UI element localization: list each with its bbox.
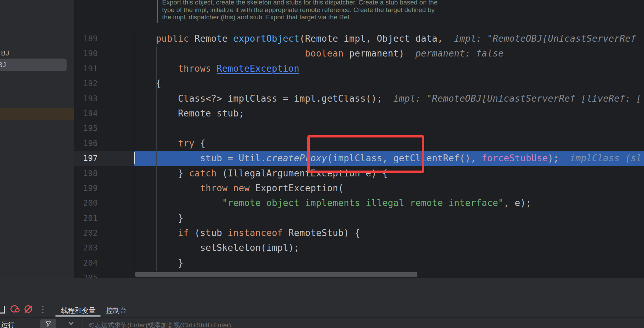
line-number[interactable]: 191 bbox=[74, 61, 134, 76]
line-number[interactable]: 199 bbox=[74, 181, 134, 196]
line-number[interactable]: 196 bbox=[74, 136, 134, 151]
more-options-icon[interactable]: ⋮ bbox=[39, 304, 47, 314]
code-line[interactable]: 191 throws RemoteException bbox=[74, 61, 644, 76]
line-number[interactable]: 198 bbox=[74, 166, 134, 181]
code-text bbox=[134, 121, 644, 136]
code-line[interactable]: 190 boolean permanent) permanent: false bbox=[74, 46, 644, 61]
line-number[interactable]: 205 bbox=[74, 270, 134, 278]
indent-guide bbox=[134, 31, 134, 271]
code-line[interactable]: 202 if (stub instanceof RemoteStub) { bbox=[74, 226, 644, 240]
line-number[interactable]: 201 bbox=[74, 211, 134, 226]
debug-tool-window: ⋮ 线程和变量 控制台 运行 bbox=[0, 278, 644, 328]
code-text: { bbox=[134, 76, 644, 91]
doc-comment-bar bbox=[157, 0, 158, 23]
code-text: throw new ExportException( bbox=[134, 181, 644, 196]
inline-debug-hint: permanent: false bbox=[404, 48, 504, 59]
line-number[interactable]: 195 bbox=[74, 121, 134, 136]
inline-debug-hint: implClass (sl bbox=[559, 153, 642, 163]
code-line[interactable]: 194 Remote stub; bbox=[74, 106, 644, 121]
evaluate-expression-input[interactable] bbox=[87, 320, 572, 328]
filter-button[interactable] bbox=[40, 319, 56, 328]
line-number[interactable]: 203 bbox=[74, 240, 134, 255]
line-number[interactable]: 193 bbox=[74, 91, 134, 106]
line-number[interactable]: 190 bbox=[74, 46, 134, 61]
toolbar-separator bbox=[7, 305, 7, 314]
panel-divider bbox=[0, 317, 644, 318]
code-line[interactable]: 195 bbox=[74, 121, 644, 136]
code-text: public Remote exportObject(Remote impl, … bbox=[134, 31, 644, 46]
horizontal-scrollbar[interactable] bbox=[135, 272, 417, 277]
code-line[interactable]: 201 } bbox=[74, 211, 644, 226]
tab-console[interactable]: 控制台 bbox=[106, 304, 127, 317]
code-text: throws RemoteException bbox=[134, 61, 644, 76]
doc-comment-line: type of the impl, initialize it with the… bbox=[162, 6, 437, 14]
indent-guide bbox=[156, 47, 157, 271]
input-separator bbox=[82, 318, 82, 328]
frame-item-label: BJ bbox=[0, 61, 6, 69]
red-annotation-rectangle bbox=[307, 135, 424, 173]
code-text: "remote object implements illegal remote… bbox=[134, 196, 644, 211]
indent-guide bbox=[179, 136, 179, 263]
code-line[interactable]: 200 "remote object implements illegal re… bbox=[74, 196, 644, 211]
chevron-down-icon[interactable] bbox=[68, 321, 75, 326]
line-number[interactable]: 197 bbox=[74, 151, 134, 166]
frame-item-selected[interactable]: BJ bbox=[0, 59, 67, 71]
line-number[interactable]: 192 bbox=[74, 76, 134, 91]
frame-item-label: BJ bbox=[1, 49, 9, 57]
text-caret bbox=[134, 152, 135, 164]
code-line[interactable]: 199 throw new ExportException( bbox=[74, 181, 644, 196]
line-number[interactable]: 200 bbox=[74, 196, 134, 211]
code-line[interactable]: 192 { bbox=[74, 76, 644, 91]
code-line[interactable]: 189 public Remote exportObject(Remote im… bbox=[74, 31, 644, 46]
frames-panel: BJ BJ bbox=[0, 0, 74, 278]
line-number[interactable]: 194 bbox=[74, 106, 134, 121]
code-text: } bbox=[134, 211, 644, 226]
frame-highlight-row[interactable] bbox=[0, 108, 74, 120]
inline-debug-hint: impl: "RemoteOBJ[UnicastServerRef [liveR… bbox=[382, 93, 642, 104]
code-line[interactable]: 193 Class<?> implClass = impl.getClass()… bbox=[74, 91, 644, 106]
line-number[interactable]: 202 bbox=[74, 226, 134, 240]
doc-comment-line: Export this object, create the skeleton … bbox=[162, 0, 437, 6]
code-text: setSkeleton(impl); bbox=[134, 240, 644, 255]
view-breakpoints-icon[interactable] bbox=[15, 308, 20, 312]
line-number[interactable]: 204 bbox=[74, 256, 134, 270]
rendered-doc-comment: Export this object, create the skeleton … bbox=[162, 0, 437, 21]
code-editor[interactable]: Export this object, create the skeleton … bbox=[74, 0, 644, 278]
frame-item[interactable]: BJ bbox=[0, 47, 9, 60]
code-text: Remote stub; bbox=[134, 106, 644, 121]
funnel-icon bbox=[45, 320, 52, 327]
line-number[interactable]: 189 bbox=[74, 31, 134, 46]
active-tab-underline bbox=[55, 315, 101, 317]
inline-debug-hint: impl: "RemoteOBJ[UnicastServerRef bbox=[443, 33, 636, 44]
code-text: Class<?> implClass = impl.getClass(); im… bbox=[134, 91, 644, 106]
code-line[interactable]: 203 setSkeleton(impl); bbox=[74, 240, 644, 255]
run-filter-label: 运行 bbox=[1, 320, 15, 328]
doc-comment-line: the impl, dispatcher (this) and stub. Ex… bbox=[162, 13, 437, 21]
code-text: boolean permanent) permanent: false bbox=[134, 46, 644, 61]
clipped-toolbar-icon[interactable] bbox=[0, 306, 5, 314]
code-text: } bbox=[134, 256, 644, 270]
code-line[interactable]: 204 } bbox=[74, 256, 644, 270]
code-text: if (stub instanceof RemoteStub) { bbox=[134, 226, 644, 240]
